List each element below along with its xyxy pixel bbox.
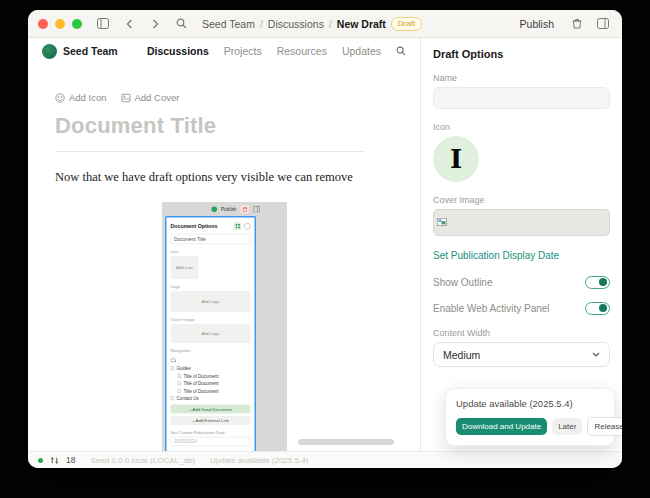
- embedded-publish-label: Publish: [220, 207, 236, 213]
- title-divider: [55, 151, 365, 152]
- forward-icon[interactable]: [146, 15, 164, 33]
- show-outline-label: Show Outline: [433, 277, 492, 288]
- nav-discussions[interactable]: Discussions: [147, 45, 209, 57]
- show-outline-row: Show Outline: [433, 276, 610, 289]
- cover-image-preview[interactable]: [433, 209, 610, 236]
- web-activity-panel-row: Enable Web Activity Panel: [433, 302, 610, 315]
- team-logo-icon: [42, 44, 57, 59]
- sidebar-title: Draft Options: [433, 48, 610, 60]
- minimize-window-button[interactable]: [55, 19, 65, 29]
- panel-right-icon[interactable]: [594, 15, 612, 33]
- sync-icon[interactable]: [50, 456, 59, 465]
- version-label: Seed 0.0.0.local (LOCAL_ab): [90, 456, 195, 465]
- content-width-select[interactable]: Medium: [433, 342, 610, 367]
- embedded-nav-item: Title of Document: [170, 372, 250, 380]
- breadcrumb-seed-team[interactable]: Seed Team: [202, 18, 255, 30]
- embedded-nav-item: Contact Us: [170, 395, 250, 403]
- embedded-add-seed-document-button: + Add Seed Document: [170, 405, 250, 414]
- set-publication-display-date-link[interactable]: Set Publication Display Date: [433, 250, 559, 261]
- embedded-navigation-label: Navigation: [170, 348, 250, 353]
- breadcrumb-separator: /: [329, 18, 332, 30]
- breadcrumb: Seed Team / Discussions / New Draft Draf…: [202, 17, 422, 31]
- sidebar-toggle-icon[interactable]: [94, 15, 112, 33]
- embedded-add-external-link-button: + Add External Link: [170, 416, 250, 425]
- titlebar: Seed Team / Discussions / New Draft Draf…: [28, 10, 622, 38]
- document-icon: [177, 389, 181, 394]
- embedded-set-custom-publication-date-label: Set Custom Publication Date: [170, 430, 250, 435]
- content-width-label: Content Width: [433, 328, 610, 338]
- enable-web-activity-panel-toggle[interactable]: [585, 302, 610, 315]
- embedded-date-input: [170, 437, 250, 446]
- toggle-knob: [599, 304, 607, 312]
- close-window-button[interactable]: [38, 19, 48, 29]
- add-cover-button[interactable]: Add Cover: [121, 92, 180, 103]
- release-notes-button[interactable]: Release Notes: [587, 417, 622, 436]
- embedded-title-input: Document Title: [170, 234, 250, 244]
- update-toast: Update available (2025.5.4) Download and…: [445, 388, 615, 446]
- embedded-nav-item: Guides: [170, 365, 250, 373]
- embedded-screenshot-canvas: Publish Document Options: [162, 202, 287, 451]
- icon-label: Icon: [433, 122, 610, 132]
- nav-updates[interactable]: Updates: [342, 45, 381, 57]
- embedded-nav-item: Title of Document: [170, 387, 250, 395]
- zoom-window-button[interactable]: [72, 19, 82, 29]
- nav-resources[interactable]: Resources: [277, 45, 327, 57]
- name-label: Name: [433, 73, 610, 83]
- team-name: Seed Team: [63, 45, 118, 57]
- breadcrumb-separator: /: [260, 18, 263, 30]
- chevron-down-icon: [592, 352, 600, 357]
- document-icon: [177, 374, 181, 379]
- embedded-trash-icon: [240, 205, 249, 214]
- document-paragraph[interactable]: Now that we have draft options very visi…: [55, 170, 393, 185]
- download-and-update-button[interactable]: Download and Update: [456, 418, 547, 435]
- embedded-add-cover-box: Add Logo: [170, 324, 250, 343]
- content-width-value: Medium: [443, 349, 480, 361]
- team-brand[interactable]: Seed Team: [42, 44, 118, 59]
- embedded-home-icon: [170, 356, 250, 365]
- embedded-screenshot-image[interactable]: Publish Document Options: [162, 202, 287, 451]
- embedded-cover-image-label: Cover Image: [170, 317, 250, 322]
- embedded-grid-icon: [233, 222, 241, 230]
- horizontal-scrollbar-thumb[interactable]: [298, 439, 394, 445]
- smiley-icon: [55, 93, 65, 103]
- draft-status-badge: Draft: [391, 17, 422, 31]
- enable-web-activity-panel-label: Enable Web Activity Panel: [433, 303, 550, 314]
- editor-header: Seed Team Discussions Projects Resources…: [28, 38, 420, 64]
- image-icon: [121, 93, 131, 103]
- search-icon[interactable]: [172, 15, 190, 33]
- embedded-avatar: [211, 207, 217, 213]
- embedded-nav-item: Title of Document: [170, 380, 250, 388]
- sync-count: 18: [66, 455, 75, 465]
- document-icon: [177, 381, 181, 386]
- document-icon: [170, 396, 174, 401]
- document-title-input[interactable]: Document Title: [55, 113, 393, 139]
- editor-pane: Seed Team Discussions Projects Resources…: [28, 38, 420, 451]
- site-nav: Discussions Projects Resources Updates: [147, 45, 406, 57]
- connection-status-dot: [38, 458, 43, 463]
- back-icon[interactable]: [120, 15, 138, 33]
- breadcrumb-new-draft[interactable]: New Draft: [337, 18, 386, 30]
- trash-icon[interactable]: [568, 15, 586, 33]
- embedded-circle-icon: [244, 223, 251, 230]
- embedded-logo-label: Logo: [170, 284, 250, 289]
- draft-icon-preview[interactable]: I: [433, 136, 479, 182]
- nav-projects[interactable]: Projects: [224, 45, 262, 57]
- show-outline-toggle[interactable]: [585, 276, 610, 289]
- name-input[interactable]: [433, 87, 610, 109]
- toggle-knob: [599, 278, 607, 286]
- screenshot-stage: Seed Team / Discussions / New Draft Draf…: [0, 0, 650, 498]
- update-toast-title: Update available (2025.5.4): [456, 398, 604, 409]
- add-icon-button[interactable]: Add Icon: [55, 92, 107, 103]
- embedded-document-options-panel: Document Options Document Title: [165, 216, 256, 451]
- nav-search-icon[interactable]: [396, 46, 406, 56]
- embedded-icon-label: Icon: [170, 249, 250, 254]
- embedded-panel-title: Document Options: [170, 223, 217, 229]
- app-window: Seed Team / Discussions / New Draft Draf…: [28, 10, 622, 468]
- broken-image-icon: [437, 218, 447, 226]
- later-button[interactable]: Later: [552, 418, 582, 435]
- update-available-label: Update available (2025.5.4): [210, 456, 308, 465]
- breadcrumb-discussions[interactable]: Discussions: [268, 18, 324, 30]
- document-meta-actions: Add Icon Add Cover: [55, 92, 393, 103]
- publish-button[interactable]: Publish: [514, 16, 560, 32]
- cover-image-label: Cover Image: [433, 195, 610, 205]
